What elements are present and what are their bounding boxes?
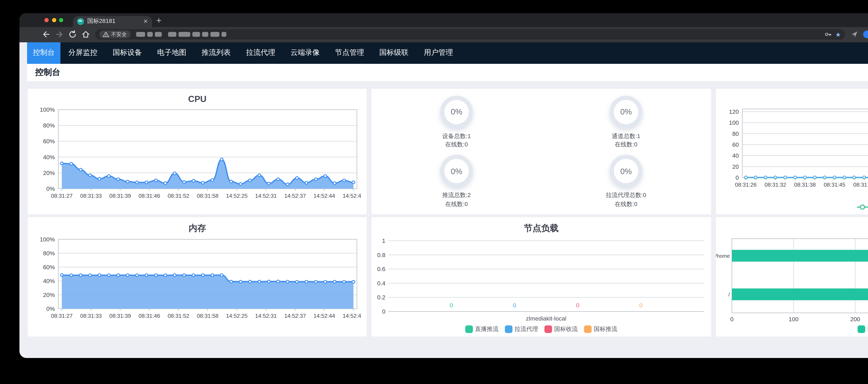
svg-text:08:31:51: 08:31:51 — [853, 181, 868, 188]
svg-text:08:31:58: 08:31:58 — [197, 193, 219, 199]
svg-text:08:31:39: 08:31:39 — [110, 193, 131, 199]
svg-text:40%: 40% — [43, 278, 55, 285]
svg-text:14:52:37: 14:52:37 — [284, 193, 306, 199]
back-button[interactable] — [40, 29, 51, 40]
forward-button[interactable] — [54, 29, 65, 40]
minimize-window-button[interactable] — [52, 18, 56, 22]
svg-text:14:52:44: 14:52:44 — [313, 313, 335, 319]
svg-text:08:31:46: 08:31:46 — [138, 193, 160, 199]
node-load-panel: 节点负载 00.20.40.60.810000zlmediakit-local … — [372, 217, 711, 337]
svg-text:08:31:39: 08:31:39 — [110, 313, 131, 319]
svg-text:1: 1 — [382, 238, 385, 244]
svg-text:100: 100 — [729, 119, 739, 126]
security-chip[interactable]: 不安全 — [99, 31, 130, 38]
screen: 国标28181 × + — [0, 0, 868, 384]
tab-close-icon[interactable]: × — [144, 18, 148, 25]
new-tab-button[interactable]: + — [156, 16, 161, 25]
disk-chart: 0100200300400500/home/ — [716, 236, 868, 331]
address-bar[interactable]: 不安全 ★ — [95, 29, 845, 40]
svg-text:20: 20 — [732, 163, 739, 170]
svg-text:80: 80 — [732, 130, 739, 137]
gauge-3: 0%拉流代理总数:0在线数:0 — [541, 152, 711, 211]
svg-text:100%: 100% — [40, 236, 55, 243]
svg-text:0.6: 0.6 — [377, 266, 385, 273]
password-key-icon[interactable] — [824, 31, 832, 38]
page-header: 控制台 i 平台信息 — [27, 64, 868, 81]
svg-text:0%: 0% — [46, 306, 55, 312]
svg-text:60: 60 — [732, 141, 739, 148]
svg-text:08:31:27: 08:31:27 — [51, 313, 73, 319]
pin-extension-icon[interactable] — [863, 31, 868, 38]
cpu-chart-title: CPU — [28, 94, 367, 104]
gauge-0: 0%设备总数:1在线数:0 — [372, 93, 541, 152]
svg-text:08:31:26: 08:31:26 — [735, 181, 756, 188]
disk-legend: 剩余已使用 — [716, 325, 868, 334]
svg-text:14:52:31: 14:52:31 — [255, 193, 277, 199]
svg-text:20%: 20% — [43, 292, 55, 299]
node-load-chart-title: 节点负载 — [372, 223, 711, 235]
window-controls[interactable] — [44, 18, 63, 22]
tab-favicon-icon — [77, 18, 84, 25]
svg-text:14:52:48: 14:52:48 — [343, 193, 361, 199]
reload-button[interactable] — [67, 29, 78, 40]
browser-tab[interactable]: 国标28181 × — [72, 15, 152, 27]
nav-item-8[interactable]: 国标级联 — [372, 42, 416, 64]
svg-text:0: 0 — [576, 302, 580, 309]
send-extension-icon[interactable] — [850, 31, 858, 38]
gauge-value: 0% — [451, 108, 462, 116]
svg-text:08:31:33: 08:31:33 — [80, 193, 102, 199]
network-legend: 上传下载 — [716, 203, 868, 211]
svg-text:14:52:31: 14:52:31 — [255, 313, 277, 319]
maximize-window-button[interactable] — [59, 18, 63, 22]
gauge-1: 0%通道总数:1在线数:0 — [541, 93, 711, 152]
legend-item-直播推流[interactable]: 直播推流 — [465, 325, 499, 334]
disk-chart-title: 磁盘 — [716, 223, 868, 235]
gauge-labels: 拉流代理总数:0在线数:0 — [606, 191, 646, 208]
nav-item-2[interactable]: 国标设备 — [105, 42, 150, 64]
gauge-value: 0% — [620, 167, 632, 176]
legend-item-国标推流[interactable]: 国标推流 — [584, 325, 617, 334]
nav-item-9[interactable]: 用户管理 — [416, 42, 461, 64]
svg-text:0%: 0% — [46, 185, 55, 192]
nav-item-3[interactable]: 电子地图 — [150, 42, 194, 64]
legend-item-拉流代理[interactable]: 拉流代理 — [505, 325, 538, 334]
gauge-2: 0%推流总数:2在线数:0 — [372, 152, 541, 211]
svg-text:80%: 80% — [43, 122, 55, 129]
svg-text:14:52:48: 14:52:48 — [343, 313, 361, 319]
disk-panel: 磁盘 0100200300400500/home/ 剩余已使用 — [716, 217, 868, 337]
svg-text:/home: /home — [716, 253, 730, 259]
svg-text:200: 200 — [850, 316, 860, 323]
nav-item-7[interactable]: 节点管理 — [327, 42, 372, 64]
gauge-value: 0% — [620, 108, 632, 116]
svg-text:14:52:37: 14:52:37 — [284, 313, 306, 319]
svg-text:100: 100 — [788, 316, 798, 323]
nav-item-4[interactable]: 推流列表 — [194, 42, 238, 64]
nav-item-5[interactable]: 拉流代理 — [238, 42, 283, 64]
nav-item-1[interactable]: 分屏监控 — [61, 42, 105, 64]
svg-text:60%: 60% — [43, 138, 55, 144]
svg-text:08:31:27: 08:31:27 — [51, 193, 73, 199]
legend-item-上传[interactable]: 上传 — [857, 203, 868, 211]
warning-icon — [103, 31, 109, 38]
legend-item-剩余[interactable]: 剩余 — [858, 325, 868, 334]
nav-item-0[interactable]: 控制台 — [27, 42, 61, 64]
security-chip-label: 不安全 — [111, 31, 127, 38]
bookmark-star-icon[interactable]: ★ — [835, 31, 841, 38]
page-title: 控制台 — [35, 66, 60, 78]
svg-text:08:31:52: 08:31:52 — [168, 313, 189, 319]
svg-text:08:31:58: 08:31:58 — [197, 313, 219, 319]
svg-text:08:31:38: 08:31:38 — [794, 181, 815, 188]
home-button[interactable] — [80, 29, 91, 40]
nav-item-6[interactable]: 云端录像 — [283, 42, 327, 64]
cpu-panel: CPU 0%20%40%60%80%100%08:31:2708:31:3308… — [28, 89, 367, 214]
legend-item-国标收流[interactable]: 国标收流 — [545, 325, 578, 334]
node-load-chart: 00.20.40.60.810000zlmediakit-local — [374, 236, 710, 331]
gauge-ring: 0% — [610, 96, 642, 128]
browser-toolbar: 不安全 ★ C~∨«N文◦≡ — [20, 27, 868, 42]
network-panel: 网络 02040608010012008:31:2608:31:3208:31:… — [716, 89, 868, 214]
svg-text:14:52:25: 14:52:25 — [226, 313, 248, 319]
svg-text:0: 0 — [382, 309, 385, 315]
close-window-button[interactable] — [44, 18, 49, 22]
browser-window: 国标28181 × + — [20, 13, 868, 358]
gauge-labels: 通道总数:1在线数:0 — [612, 132, 640, 149]
